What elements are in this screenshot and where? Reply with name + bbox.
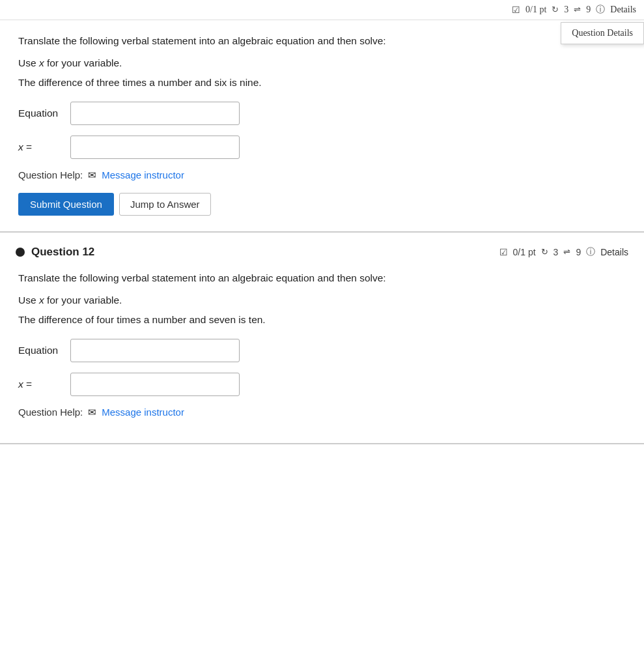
q12-info-icon: ⓘ bbox=[586, 246, 595, 258]
q12-redo-icon: ⇌ bbox=[563, 247, 570, 257]
q12-score: 0/1 pt bbox=[513, 247, 536, 257]
top-bar: ☑ 0/1 pt ↻ 3 ⇌ 9 ⓘ Details Question Deta… bbox=[0, 0, 644, 20]
top-bar-info: ☑ 0/1 pt ↻ 3 ⇌ 9 ⓘ Details bbox=[512, 4, 636, 16]
undo-icon: ↻ bbox=[552, 5, 559, 15]
q11-help-label: Question Help: bbox=[18, 169, 83, 180]
q12-statement: The difference of four times a number an… bbox=[18, 314, 626, 326]
question-12-body: Translate the following verbal statement… bbox=[16, 270, 628, 418]
q12-instruction: Translate the following verbal statement… bbox=[18, 270, 626, 287]
q12-mail-icon: ✉ bbox=[88, 407, 96, 418]
question-11-body: Translate the following verbal statement… bbox=[16, 33, 628, 216]
q11-equation-input[interactable] bbox=[70, 102, 240, 125]
q12-meta: ☑ 0/1 pt ↻ 3 ⇌ 9 ⓘ Details bbox=[499, 246, 628, 258]
q12-x-label: x = bbox=[18, 379, 64, 390]
q11-message-link[interactable]: Message instructor bbox=[102, 169, 184, 180]
question-details-popup: Question Details bbox=[561, 22, 644, 44]
q11-equation-row: Equation bbox=[18, 102, 626, 125]
q12-undo-icon: ↻ bbox=[541, 247, 548, 257]
q12-help-label: Question Help: bbox=[18, 407, 83, 418]
q12-details-link[interactable]: Details bbox=[600, 247, 628, 257]
page-wrapper: ☑ 0/1 pt ↻ 3 ⇌ 9 ⓘ Details Question Deta… bbox=[0, 0, 644, 645]
q11-x-label: x = bbox=[18, 141, 64, 153]
q12-variable: Use x for your variable. bbox=[18, 294, 626, 306]
q12-title: Question 12 bbox=[31, 246, 94, 259]
q11-x-row: x = bbox=[18, 136, 626, 159]
q11-jump-button[interactable]: Jump to Answer bbox=[119, 193, 211, 216]
q12-redo: 9 bbox=[576, 247, 581, 257]
q11-help-row: Question Help: ✉ Message instructor bbox=[18, 169, 626, 181]
popup-label: Question Details bbox=[572, 28, 633, 38]
details-link[interactable]: Details bbox=[610, 5, 636, 15]
q11-button-row: Submit Question Jump to Answer bbox=[18, 193, 626, 216]
q12-help-row: Question Help: ✉ Message instructor bbox=[18, 407, 626, 418]
q12-bullet bbox=[16, 248, 25, 257]
q11-statement: The difference of three times a number a… bbox=[18, 77, 626, 89]
q12-equation-input[interactable] bbox=[70, 339, 240, 362]
q12-message-link[interactable]: Message instructor bbox=[102, 407, 184, 418]
mail-icon: ✉ bbox=[88, 169, 96, 181]
q12-title-group: Question 12 bbox=[16, 246, 94, 259]
q11-x-input[interactable] bbox=[70, 136, 240, 159]
header-undo: 3 bbox=[564, 5, 568, 15]
q12-score-checkbox-icon: ☑ bbox=[499, 247, 508, 257]
header-score: 0/1 pt bbox=[525, 5, 546, 15]
q11-instruction: Translate the following verbal statement… bbox=[18, 33, 626, 50]
q11-variable: Use x for your variable. bbox=[18, 57, 626, 69]
redo-icon: ⇌ bbox=[574, 5, 581, 15]
header-redo: 9 bbox=[586, 5, 591, 15]
score-checkbox-icon: ☑ bbox=[512, 5, 520, 16]
q12-header: Question 12 ☑ 0/1 pt ↻ 3 ⇌ 9 ⓘ Details bbox=[16, 246, 628, 259]
q12-equation-row: Equation bbox=[18, 339, 626, 362]
q12-x-input[interactable] bbox=[70, 373, 240, 396]
q12-undo: 3 bbox=[553, 247, 559, 257]
question-12-block: Question 12 ☑ 0/1 pt ↻ 3 ⇌ 9 ⓘ Details T… bbox=[0, 233, 644, 444]
q12-x-row: x = bbox=[18, 373, 626, 396]
info-icon: ⓘ bbox=[596, 4, 605, 16]
q11-submit-button[interactable]: Submit Question bbox=[18, 193, 114, 216]
question-11-block: Translate the following verbal statement… bbox=[0, 20, 644, 233]
q12-equation-label: Equation bbox=[18, 345, 64, 356]
q11-equation-label: Equation bbox=[18, 108, 64, 119]
